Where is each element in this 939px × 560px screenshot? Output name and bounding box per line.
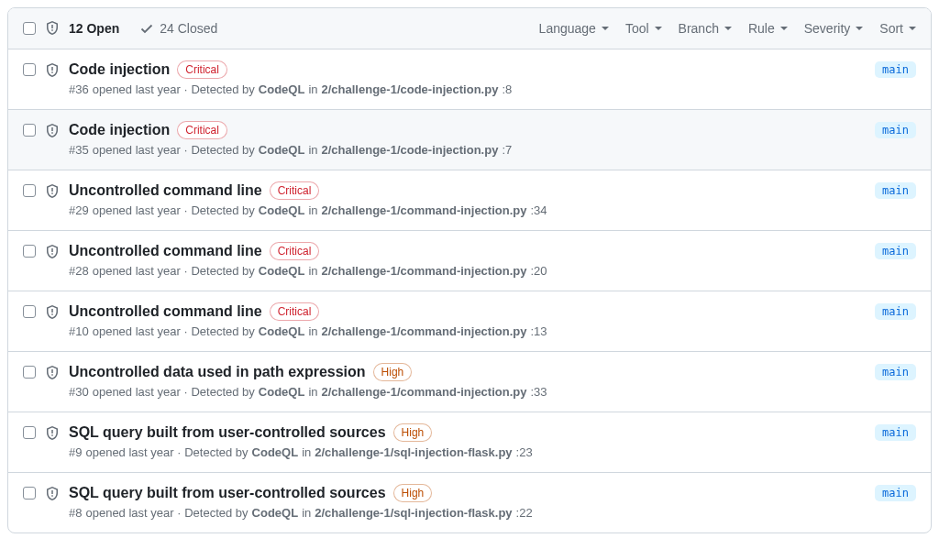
- shield-alert-icon: [45, 124, 60, 138]
- alert-path: 2/challenge-1/code-injection.py: [322, 143, 499, 157]
- alert-opened: opened last year: [93, 324, 181, 338]
- alert-meta: #29 opened last year·Detected byCodeQLin…: [69, 203, 866, 217]
- row-checkbox[interactable]: [23, 245, 36, 258]
- alert-line: :23: [516, 445, 533, 459]
- alert-meta: #28 opened last year·Detected byCodeQLin…: [69, 264, 866, 278]
- alert-opened: opened last year: [93, 143, 181, 157]
- alert-title[interactable]: Uncontrolled command line: [69, 303, 262, 320]
- check-icon: [139, 21, 154, 36]
- closed-tab[interactable]: 24 Closed: [139, 21, 217, 36]
- row-checkbox[interactable]: [23, 305, 36, 318]
- alert-title[interactable]: Uncontrolled command line: [69, 243, 262, 259]
- alert-line: :34: [530, 203, 547, 217]
- alert-path: 2/challenge-1/command-injection.py: [322, 385, 527, 399]
- alert-line: :33: [530, 385, 547, 399]
- filter-tool[interactable]: Tool: [625, 21, 662, 36]
- filter-branch[interactable]: Branch: [679, 21, 732, 36]
- branch-badge[interactable]: main: [875, 61, 916, 78]
- severity-badge: High: [393, 484, 433, 502]
- alert-path: 2/challenge-1/command-injection.py: [322, 203, 527, 217]
- severity-badge: Critical: [177, 121, 227, 139]
- alert-title[interactable]: Uncontrolled data used in path expressio…: [69, 364, 366, 380]
- branch-badge[interactable]: main: [875, 243, 916, 259]
- branch-badge[interactable]: main: [875, 424, 916, 441]
- row-checkbox[interactable]: [23, 487, 36, 500]
- alert-title[interactable]: Code injection: [69, 61, 170, 78]
- filter-language[interactable]: Language: [539, 21, 609, 36]
- alert-content: Uncontrolled command lineCritical#29 ope…: [69, 181, 866, 217]
- in-label: in: [302, 506, 311, 520]
- alerts-panel: 12 Open 24 Closed Language Tool Branch R…: [7, 7, 932, 533]
- detected-label: Detected by: [191, 385, 254, 399]
- in-label: in: [308, 82, 317, 96]
- alert-opened: opened last year: [93, 264, 181, 278]
- alert-line: :13: [530, 324, 547, 338]
- alert-line: :8: [502, 82, 512, 96]
- detected-label: Detected by: [191, 143, 254, 157]
- severity-badge: Critical: [270, 181, 320, 200]
- row-checkbox[interactable]: [23, 184, 36, 197]
- alert-id: #9: [69, 445, 82, 459]
- alert-row[interactable]: Uncontrolled command lineCritical#28 ope…: [8, 231, 931, 291]
- severity-badge: High: [393, 423, 433, 442]
- severity-badge: High: [373, 363, 413, 381]
- caret-down-icon: [655, 27, 662, 30]
- alert-content: SQL query built from user-controlled sou…: [69, 423, 866, 459]
- row-checkbox[interactable]: [23, 426, 36, 439]
- alert-row[interactable]: Uncontrolled command lineCritical#10 ope…: [8, 291, 931, 352]
- alerts-header: 12 Open 24 Closed Language Tool Branch R…: [8, 8, 931, 49]
- alert-title[interactable]: Uncontrolled command line: [69, 182, 262, 199]
- alert-row[interactable]: SQL query built from user-controlled sou…: [8, 412, 931, 473]
- open-count[interactable]: 12 Open: [69, 21, 119, 36]
- branch-badge[interactable]: main: [875, 485, 916, 501]
- alert-content: SQL query built from user-controlled sou…: [69, 484, 866, 520]
- alert-path: 2/challenge-1/sql-injection-flask.py: [315, 506, 512, 520]
- shield-alert-icon: [45, 426, 60, 441]
- branch-badge[interactable]: main: [875, 303, 916, 320]
- select-all-checkbox[interactable]: [23, 22, 36, 35]
- caret-down-icon: [909, 27, 916, 30]
- alert-meta: #9 opened last year·Detected byCodeQLin2…: [69, 445, 866, 459]
- alert-row[interactable]: Uncontrolled command lineCritical#29 ope…: [8, 170, 931, 231]
- filter-sort[interactable]: Sort: [879, 21, 916, 36]
- alert-row[interactable]: Code injectionCritical#35 opened last ye…: [8, 110, 931, 170]
- detector-name: CodeQL: [259, 264, 305, 278]
- detected-label: Detected by: [191, 324, 254, 338]
- row-checkbox[interactable]: [23, 366, 36, 379]
- detected-label: Detected by: [191, 264, 254, 278]
- branch-badge[interactable]: main: [875, 364, 916, 380]
- alert-path: 2/challenge-1/command-injection.py: [322, 264, 527, 278]
- in-label: in: [308, 264, 317, 278]
- detector-name: CodeQL: [259, 203, 305, 217]
- shield-alert-icon: [45, 245, 60, 259]
- filter-severity[interactable]: Severity: [804, 21, 864, 36]
- row-checkbox[interactable]: [23, 124, 36, 137]
- caret-down-icon: [724, 27, 732, 30]
- shield-alert-icon: [45, 487, 60, 501]
- alert-path: 2/challenge-1/sql-injection-flask.py: [315, 445, 512, 459]
- alert-row[interactable]: SQL query built from user-controlled sou…: [8, 473, 931, 533]
- row-checkbox[interactable]: [23, 63, 36, 76]
- filter-rule[interactable]: Rule: [748, 21, 788, 36]
- detector-name: CodeQL: [252, 445, 299, 459]
- alert-title[interactable]: SQL query built from user-controlled sou…: [69, 424, 386, 441]
- detector-name: CodeQL: [259, 143, 305, 157]
- in-label: in: [308, 143, 317, 157]
- alert-title[interactable]: Code injection: [69, 122, 170, 138]
- alert-row[interactable]: Code injectionCritical#36 opened last ye…: [8, 49, 931, 110]
- detected-label: Detected by: [184, 506, 248, 520]
- alert-opened: opened last year: [85, 445, 173, 459]
- branch-badge[interactable]: main: [875, 122, 916, 138]
- in-label: in: [302, 445, 311, 459]
- alert-id: #8: [69, 506, 82, 520]
- severity-badge: Critical: [177, 60, 227, 79]
- alert-path: 2/challenge-1/command-injection.py: [322, 324, 527, 338]
- severity-badge: Critical: [270, 302, 320, 321]
- in-label: in: [308, 385, 317, 399]
- detector-name: CodeQL: [259, 324, 305, 338]
- caret-down-icon: [856, 27, 863, 30]
- alert-title[interactable]: SQL query built from user-controlled sou…: [69, 485, 386, 501]
- branch-badge[interactable]: main: [875, 182, 916, 199]
- alert-meta: #10 opened last year·Detected byCodeQLin…: [69, 324, 866, 338]
- alert-row[interactable]: Uncontrolled data used in path expressio…: [8, 352, 931, 412]
